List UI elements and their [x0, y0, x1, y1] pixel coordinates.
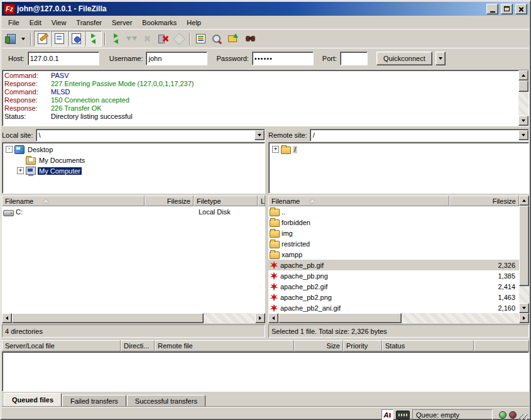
file-name: apache_pb2.gif [280, 283, 327, 290]
transfer-queue-list[interactable] [2, 351, 529, 392]
remote-site-combo[interactable]: / [310, 129, 529, 141]
scrollbar-thumb[interactable] [518, 80, 528, 92]
scroll-up-button[interactable] [518, 70, 528, 80]
column-header-priority[interactable]: Priority [343, 340, 382, 351]
close-button[interactable] [515, 4, 527, 14]
remote-file-row[interactable]: img [268, 228, 519, 238]
remote-file-row[interactable]: apache_pb2.png1,463 [268, 292, 519, 302]
folder-icon [281, 146, 291, 154]
site-manager-button[interactable] [3, 31, 19, 46]
scroll-up-button[interactable] [519, 196, 529, 206]
file-size: 2,414 [451, 283, 519, 290]
scroll-right-button[interactable] [255, 313, 265, 323]
site-manager-icon [7, 34, 16, 44]
remote-file-row[interactable]: apache_pb.png1,385 [268, 270, 519, 281]
menu-view[interactable]: View [47, 18, 72, 28]
tree-item-label: Desktop [26, 146, 54, 153]
local-horizontal-scrollbar[interactable] [2, 313, 265, 323]
find-files-button[interactable] [240, 31, 256, 46]
resize-grip[interactable] [519, 414, 528, 420]
scrollbar-thumb[interactable] [519, 206, 529, 286]
disconnect-button[interactable] [155, 31, 171, 46]
column-header-filename[interactable]: Filename [2, 196, 145, 206]
tree-item-my-documents[interactable]: My Documents [3, 155, 265, 165]
maximize-button[interactable] [501, 4, 513, 14]
toggle-transfer-queue-button[interactable] [85, 31, 102, 47]
remote-file-row[interactable]: .. [268, 206, 519, 217]
password-input[interactable] [252, 52, 314, 65]
scroll-down-button[interactable] [519, 303, 529, 313]
scroll-left-button[interactable] [2, 313, 12, 323]
toggle-remote-tree-button[interactable] [68, 31, 85, 47]
column-header-filler [474, 340, 529, 351]
column-header-remote-file[interactable]: Remote file [155, 340, 294, 351]
remote-status-text: Selected 1 file. Total size: 2,326 bytes [268, 324, 529, 338]
expand-expander-icon[interactable]: + [272, 146, 279, 153]
local-file-row[interactable]: C: Local Disk [2, 206, 265, 217]
expand-expander-icon[interactable]: + [17, 167, 24, 174]
scroll-left-button[interactable] [268, 313, 278, 323]
file-name: restricted [282, 240, 310, 248]
site-manager-dropdown-icon[interactable] [21, 38, 25, 40]
menu-help[interactable]: Help [182, 18, 206, 28]
menu-server[interactable]: Server [107, 18, 137, 28]
port-input[interactable] [340, 52, 368, 65]
menu-edit[interactable]: Edit [25, 18, 47, 28]
remote-file-row[interactable]: forbidden [268, 217, 519, 228]
remote-file-row[interactable]: xampp [268, 249, 519, 260]
abort-button[interactable] [171, 31, 187, 46]
cancel-operation-button[interactable] [140, 31, 155, 46]
tab-queued-files[interactable]: Queued files [4, 393, 62, 406]
scroll-right-button[interactable] [519, 313, 529, 323]
chevron-down-icon [439, 57, 442, 60]
column-header-size[interactable]: Size [294, 340, 343, 351]
remote-file-row[interactable]: apache_pb2_ani.gif2,160 [268, 302, 519, 313]
toggle-message-log-button[interactable] [34, 31, 51, 47]
local-site-combo[interactable]: \ [36, 129, 265, 141]
window-title: john@127.0.0.1 - FileZilla [17, 4, 484, 13]
quickconnect-button[interactable]: Quickconnect [376, 52, 432, 65]
collapse-expander-icon[interactable]: - [6, 146, 13, 153]
tab-successful-transfers[interactable]: Successful transfers [127, 395, 205, 406]
column-header-filesize[interactable]: Filesize [145, 196, 194, 206]
tree-item-my-computer[interactable]: + My Computer [3, 165, 265, 176]
scroll-down-button[interactable] [518, 116, 528, 126]
synchronized-browsing-button[interactable] [224, 31, 240, 46]
log-vertical-scrollbar[interactable] [518, 70, 528, 126]
column-header-filename[interactable]: Filename [268, 196, 449, 206]
column-header-direction[interactable]: Directi... [121, 340, 155, 351]
username-input[interactable] [146, 52, 207, 65]
host-input[interactable] [28, 52, 99, 65]
menu-file[interactable]: File [3, 18, 25, 28]
tree-item-root[interactable]: + / [269, 144, 528, 155]
quickconnect-dropdown-button[interactable] [435, 52, 446, 65]
minimize-button[interactable] [486, 4, 498, 14]
column-header-filesize[interactable]: Filesize [449, 196, 519, 206]
scrollbar-thumb[interactable] [278, 313, 402, 323]
refresh-button[interactable] [108, 31, 124, 46]
message-log: Command:PASV Response:227 Entering Passi… [2, 70, 529, 126]
remote-site-dropdown-button[interactable] [518, 130, 528, 140]
file-name: C: [16, 208, 23, 216]
tab-failed-transfers[interactable]: Failed transfers [62, 395, 126, 406]
toggle-local-tree-button[interactable] [51, 31, 68, 47]
remote-file-row[interactable]: apache_pb2.gif2,414 [268, 281, 519, 292]
process-queue-button[interactable] [124, 31, 140, 46]
column-header-server-local-file[interactable]: Server/Local file [2, 340, 121, 351]
remote-file-row-selected[interactable]: apache_pb.gif2,326 [268, 260, 519, 270]
column-header-filetype[interactable]: Filetype [194, 196, 258, 206]
directory-listing-filters-button[interactable] [193, 31, 209, 46]
tree-item-desktop[interactable]: - Desktop [3, 144, 265, 155]
scrollbar-thumb[interactable] [12, 313, 204, 323]
remote-horizontal-scrollbar[interactable] [268, 313, 529, 323]
remote-vertical-scrollbar[interactable] [519, 196, 529, 313]
tree-item-label: / [293, 146, 297, 153]
column-header-status[interactable]: Status [382, 340, 474, 351]
menu-bookmarks[interactable]: Bookmarks [137, 18, 182, 28]
quickconnect-bar: Host: Username: Password: Port: Quickcon… [2, 48, 529, 69]
menu-transfer[interactable]: Transfer [71, 18, 107, 28]
local-site-dropdown-button[interactable] [255, 130, 265, 140]
directory-comparison-button[interactable] [209, 31, 224, 46]
remote-file-row[interactable]: restricted [268, 238, 519, 249]
column-header-lastmodified[interactable]: L [258, 196, 265, 206]
